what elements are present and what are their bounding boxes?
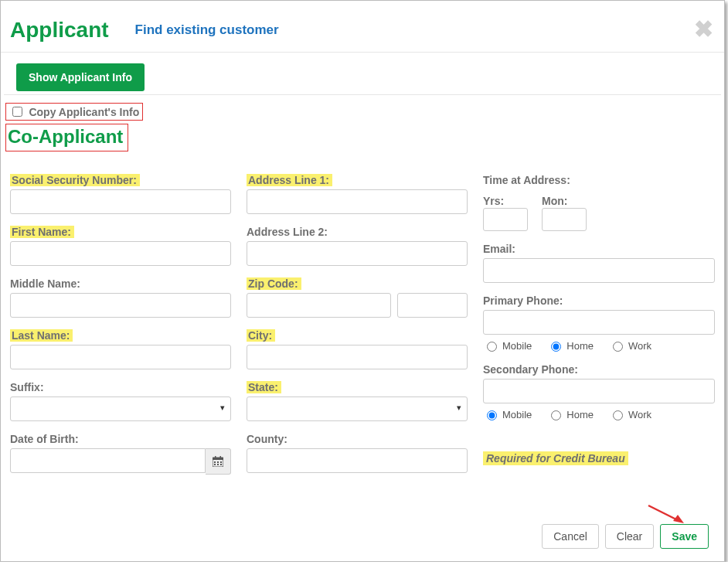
state-label: State: — [247, 381, 281, 393]
first-name-label: First Name: — [10, 226, 74, 238]
zip-input[interactable] — [247, 293, 391, 318]
yrs-input[interactable] — [483, 208, 528, 231]
close-icon[interactable]: ✖ — [694, 18, 713, 41]
primary-home-label: Home — [566, 340, 594, 352]
annotation-arrow — [647, 502, 685, 526]
city-label: City: — [247, 329, 275, 342]
primary-phone-input[interactable] — [483, 310, 715, 335]
copy-applicant-info-checkbox[interactable] — [12, 107, 22, 117]
zip-label: Zip Code: — [247, 277, 301, 290]
zip4-input[interactable] — [397, 293, 468, 318]
county-label: County: — [247, 433, 287, 445]
svg-line-10 — [648, 505, 676, 519]
dob-input[interactable] — [10, 448, 206, 473]
suffix-label: Suffix: — [10, 381, 44, 393]
primary-phone-label: Primary Phone: — [483, 294, 563, 307]
divider — [4, 94, 721, 95]
copy-applicant-info-highlight: Copy Applicant's Info — [5, 103, 143, 121]
secondary-phone-input[interactable] — [483, 379, 715, 403]
address2-input[interactable] — [247, 241, 468, 266]
address1-input[interactable] — [247, 189, 468, 214]
column-personal: Social Security Number: First Name: Midd… — [10, 173, 231, 485]
primary-work-radio[interactable] — [613, 342, 623, 352]
secondary-home-label: Home — [566, 409, 594, 420]
page-title: Applicant — [10, 18, 109, 43]
primary-home-radio[interactable] — [551, 342, 561, 352]
find-customer-link[interactable]: Find existing customer — [135, 22, 279, 38]
svg-rect-8 — [217, 464, 219, 465]
email-input[interactable] — [483, 258, 715, 283]
svg-rect-2 — [215, 456, 216, 458]
svg-rect-7 — [214, 464, 216, 465]
applicant-modal: Applicant Find existing customer ✖ Show … — [0, 0, 725, 562]
dob-label: Date of Birth: — [10, 433, 79, 445]
suffix-select[interactable] — [10, 397, 231, 421]
mon-input[interactable] — [542, 208, 587, 231]
state-select[interactable] — [247, 397, 468, 421]
county-input[interactable] — [247, 448, 468, 473]
yrs-label: Yrs: — [483, 195, 504, 207]
address1-label: Address Line 1: — [247, 174, 332, 186]
calendar-button[interactable] — [206, 448, 231, 475]
footer-buttons: Cancel Clear Save — [542, 524, 709, 549]
address2-label: Address Line 2: — [247, 226, 328, 238]
clear-button[interactable]: Clear — [605, 524, 654, 549]
last-name-input[interactable] — [10, 345, 231, 369]
secondary-phone-type: Mobile Home Work — [483, 408, 715, 420]
secondary-home-radio[interactable] — [551, 410, 561, 420]
secondary-mobile-label: Mobile — [502, 409, 532, 420]
svg-rect-1 — [213, 458, 223, 460]
svg-rect-3 — [220, 456, 222, 458]
first-name-input[interactable] — [10, 241, 231, 266]
save-button[interactable]: Save — [660, 524, 709, 549]
middle-name-input[interactable] — [10, 293, 231, 318]
last-name-label: Last Name: — [10, 329, 73, 342]
svg-marker-11 — [673, 515, 684, 523]
primary-mobile-radio[interactable] — [487, 342, 497, 352]
time-at-address-label: Time at Address: — [483, 174, 570, 186]
svg-rect-4 — [214, 461, 216, 463]
show-applicant-info-button[interactable]: Show Applicant Info — [16, 63, 145, 91]
primary-phone-type: Mobile Home Work — [483, 339, 715, 352]
ssn-label: Social Security Number: — [10, 174, 140, 186]
svg-rect-6 — [220, 461, 222, 463]
secondary-mobile-radio[interactable] — [487, 410, 497, 420]
column-contact: Time at Address: Yrs: Mon: Email: Primar… — [483, 173, 715, 485]
column-address: Address Line 1: Address Line 2: Zip Code… — [247, 173, 468, 485]
mon-label: Mon: — [542, 195, 567, 207]
co-applicant-title: Co-Applicant — [5, 124, 128, 151]
required-for-credit-bureau-note: Required for Credit Bureau — [483, 451, 628, 465]
primary-work-label: Work — [628, 340, 651, 352]
middle-name-label: Middle Name: — [10, 277, 80, 290]
secondary-work-label: Work — [628, 409, 651, 420]
city-input[interactable] — [247, 345, 468, 369]
svg-rect-9 — [220, 464, 222, 465]
svg-rect-5 — [217, 461, 219, 463]
calendar-icon — [213, 456, 223, 467]
secondary-phone-label: Secondary Phone: — [483, 363, 578, 376]
co-applicant-form: Social Security Number: First Name: Midd… — [1, 151, 724, 485]
primary-mobile-label: Mobile — [502, 340, 532, 352]
secondary-work-radio[interactable] — [613, 410, 623, 420]
copy-applicant-info-label: Copy Applicant's Info — [29, 106, 139, 118]
header-bar: Applicant Find existing customer — [1, 1, 724, 53]
cancel-button[interactable]: Cancel — [542, 524, 599, 549]
email-label: Email: — [483, 243, 515, 255]
ssn-input[interactable] — [10, 189, 231, 214]
